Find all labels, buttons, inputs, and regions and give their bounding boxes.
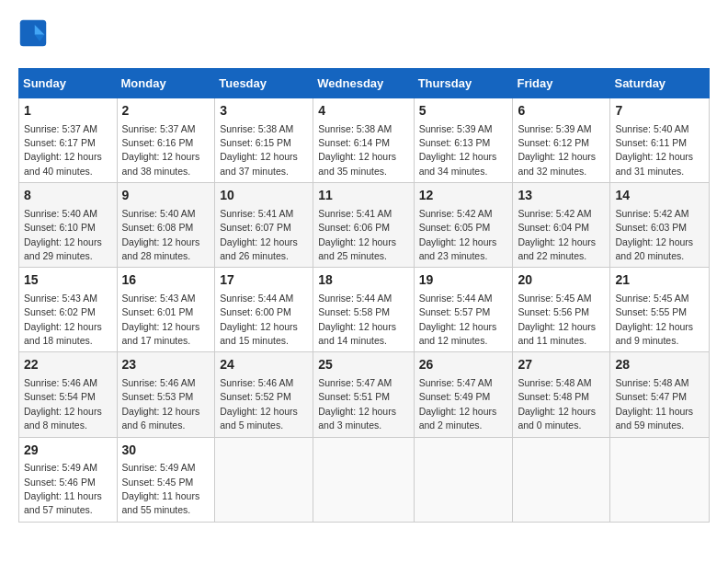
col-header-wednesday: Wednesday [313, 69, 414, 98]
day-number: 2 [122, 102, 210, 121]
day-number: 17 [220, 271, 308, 290]
day-number: 13 [518, 187, 605, 205]
day-info: Sunrise: 5:38 AMSunset: 6:14 PMDaylight:… [318, 123, 396, 177]
table-row: 5Sunrise: 5:39 AMSunset: 6:13 PMDaylight… [414, 98, 513, 183]
day-number: 30 [122, 442, 210, 460]
table-row: 15Sunrise: 5:43 AMSunset: 6:02 PMDayligh… [19, 268, 118, 352]
table-row: 9Sunrise: 5:40 AMSunset: 6:08 PMDaylight… [117, 183, 215, 268]
logo [18, 18, 51, 48]
day-info: Sunrise: 5:42 AMSunset: 6:03 PMDaylight:… [615, 208, 693, 261]
day-info: Sunrise: 5:40 AMSunset: 6:11 PMDaylight:… [615, 123, 693, 177]
day-number: 6 [518, 102, 605, 121]
day-info: Sunrise: 5:46 AMSunset: 5:52 PMDaylight:… [220, 377, 298, 431]
col-header-saturday: Saturday [610, 69, 710, 98]
day-info: Sunrise: 5:39 AMSunset: 6:13 PMDaylight:… [419, 123, 497, 177]
table-row: 11Sunrise: 5:41 AMSunset: 6:06 PMDayligh… [313, 183, 414, 268]
day-number: 21 [615, 271, 704, 290]
day-info: Sunrise: 5:38 AMSunset: 6:15 PMDaylight:… [220, 123, 298, 177]
day-info: Sunrise: 5:42 AMSunset: 6:04 PMDaylight:… [518, 208, 596, 261]
day-info: Sunrise: 5:45 AMSunset: 5:56 PMDaylight:… [518, 293, 596, 346]
day-number: 15 [24, 271, 112, 290]
table-row [414, 437, 513, 522]
table-row: 2Sunrise: 5:37 AMSunset: 6:16 PMDaylight… [117, 98, 215, 183]
table-row: 22Sunrise: 5:46 AMSunset: 5:54 PMDayligh… [19, 352, 118, 437]
table-row: 25Sunrise: 5:47 AMSunset: 5:51 PMDayligh… [313, 352, 414, 437]
day-info: Sunrise: 5:49 AMSunset: 5:45 PMDaylight:… [122, 462, 200, 515]
day-number: 25 [318, 356, 408, 374]
day-info: Sunrise: 5:44 AMSunset: 5:58 PMDaylight:… [318, 293, 396, 346]
col-header-sunday: Sunday [19, 69, 118, 98]
day-number: 5 [419, 102, 508, 121]
day-info: Sunrise: 5:48 AMSunset: 5:47 PMDaylight:… [615, 377, 693, 431]
day-number: 8 [24, 187, 112, 205]
day-number: 23 [122, 356, 210, 374]
day-info: Sunrise: 5:44 AMSunset: 5:57 PMDaylight:… [419, 293, 497, 346]
day-number: 16 [122, 271, 210, 290]
table-row: 8Sunrise: 5:40 AMSunset: 6:10 PMDaylight… [19, 183, 118, 268]
day-info: Sunrise: 5:41 AMSunset: 6:07 PMDaylight:… [220, 208, 298, 261]
table-row: 16Sunrise: 5:43 AMSunset: 6:01 PMDayligh… [117, 268, 215, 352]
col-header-thursday: Thursday [414, 69, 513, 98]
col-header-tuesday: Tuesday [215, 69, 313, 98]
calendar-table: SundayMondayTuesdayWednesdayThursdayFrid… [18, 68, 710, 523]
table-row: 29Sunrise: 5:49 AMSunset: 5:46 PMDayligh… [19, 437, 118, 522]
day-info: Sunrise: 5:46 AMSunset: 5:54 PMDaylight:… [24, 377, 102, 431]
table-row: 26Sunrise: 5:47 AMSunset: 5:49 PMDayligh… [414, 352, 513, 437]
day-info: Sunrise: 5:41 AMSunset: 6:06 PMDaylight:… [318, 208, 396, 261]
day-info: Sunrise: 5:43 AMSunset: 6:01 PMDaylight:… [122, 293, 200, 346]
day-number: 20 [518, 271, 605, 290]
day-number: 28 [615, 356, 704, 374]
day-number: 24 [220, 356, 308, 374]
table-row: 20Sunrise: 5:45 AMSunset: 5:56 PMDayligh… [513, 268, 610, 352]
table-row: 1Sunrise: 5:37 AMSunset: 6:17 PMDaylight… [19, 98, 118, 183]
table-row: 3Sunrise: 5:38 AMSunset: 6:15 PMDaylight… [215, 98, 313, 183]
logo-icon [18, 18, 48, 48]
day-number: 19 [419, 271, 508, 290]
day-number: 4 [318, 102, 408, 121]
day-number: 11 [318, 187, 408, 205]
col-header-friday: Friday [513, 69, 610, 98]
table-row [215, 437, 313, 522]
table-row: 12Sunrise: 5:42 AMSunset: 6:05 PMDayligh… [414, 183, 513, 268]
day-info: Sunrise: 5:46 AMSunset: 5:53 PMDaylight:… [122, 377, 200, 431]
table-row: 18Sunrise: 5:44 AMSunset: 5:58 PMDayligh… [313, 268, 414, 352]
day-info: Sunrise: 5:47 AMSunset: 5:51 PMDaylight:… [318, 377, 396, 431]
day-info: Sunrise: 5:40 AMSunset: 6:08 PMDaylight:… [122, 208, 200, 261]
table-row: 14Sunrise: 5:42 AMSunset: 6:03 PMDayligh… [610, 183, 710, 268]
day-info: Sunrise: 5:48 AMSunset: 5:48 PMDaylight:… [518, 377, 596, 431]
table-row: 6Sunrise: 5:39 AMSunset: 6:12 PMDaylight… [513, 98, 610, 183]
table-row: 28Sunrise: 5:48 AMSunset: 5:47 PMDayligh… [610, 352, 710, 437]
day-number: 29 [24, 442, 112, 460]
day-number: 26 [419, 356, 508, 374]
day-number: 9 [122, 187, 210, 205]
table-row: 13Sunrise: 5:42 AMSunset: 6:04 PMDayligh… [513, 183, 610, 268]
day-info: Sunrise: 5:37 AMSunset: 6:16 PMDaylight:… [122, 123, 200, 177]
day-number: 1 [24, 102, 112, 121]
table-row: 10Sunrise: 5:41 AMSunset: 6:07 PMDayligh… [215, 183, 313, 268]
day-number: 27 [518, 356, 605, 374]
day-number: 10 [220, 187, 308, 205]
table-row: 17Sunrise: 5:44 AMSunset: 6:00 PMDayligh… [215, 268, 313, 352]
day-number: 22 [24, 356, 112, 374]
table-row [610, 437, 710, 522]
day-info: Sunrise: 5:39 AMSunset: 6:12 PMDaylight:… [518, 123, 596, 177]
table-row: 21Sunrise: 5:45 AMSunset: 5:55 PMDayligh… [610, 268, 710, 352]
day-number: 3 [220, 102, 308, 121]
table-row: 24Sunrise: 5:46 AMSunset: 5:52 PMDayligh… [215, 352, 313, 437]
day-number: 7 [615, 102, 704, 121]
table-row [313, 437, 414, 522]
day-info: Sunrise: 5:42 AMSunset: 6:05 PMDaylight:… [419, 208, 497, 261]
day-number: 14 [615, 187, 704, 205]
day-number: 18 [318, 271, 408, 290]
table-row [513, 437, 610, 522]
day-info: Sunrise: 5:37 AMSunset: 6:17 PMDaylight:… [24, 123, 102, 177]
day-info: Sunrise: 5:49 AMSunset: 5:46 PMDaylight:… [24, 462, 102, 515]
table-row: 4Sunrise: 5:38 AMSunset: 6:14 PMDaylight… [313, 98, 414, 183]
table-row: 30Sunrise: 5:49 AMSunset: 5:45 PMDayligh… [117, 437, 215, 522]
table-row: 7Sunrise: 5:40 AMSunset: 6:11 PMDaylight… [610, 98, 710, 183]
day-number: 12 [419, 187, 508, 205]
day-info: Sunrise: 5:47 AMSunset: 5:49 PMDaylight:… [419, 377, 497, 431]
day-info: Sunrise: 5:44 AMSunset: 6:00 PMDaylight:… [220, 293, 298, 346]
day-info: Sunrise: 5:40 AMSunset: 6:10 PMDaylight:… [24, 208, 102, 261]
table-row: 19Sunrise: 5:44 AMSunset: 5:57 PMDayligh… [414, 268, 513, 352]
